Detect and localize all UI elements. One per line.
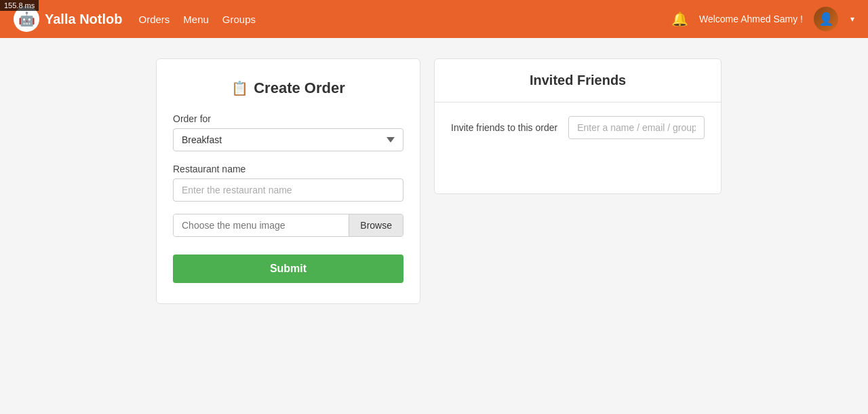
file-input-group: Browse [173, 214, 403, 237]
menu-image-group: Browse [173, 214, 403, 237]
nav-link-menu[interactable]: Menu [183, 14, 209, 25]
debug-time: 155.8 [4, 1, 23, 10]
create-order-title: 📋 Create Order [173, 79, 403, 97]
invite-row: Invite friends to this order [435, 102, 721, 153]
brand-name: Yalla Notlob [45, 12, 122, 27]
browse-button[interactable]: Browse [349, 214, 403, 236]
user-dropdown-caret[interactable]: ▾ [850, 14, 854, 24]
restaurant-name-label: Restaurant name [173, 164, 403, 174]
restaurant-name-group: Restaurant name [173, 164, 403, 202]
clipboard-icon: 📋 [231, 80, 248, 96]
menu-image-input[interactable] [174, 214, 349, 236]
invited-friends-header: Invited Friends [435, 59, 721, 102]
welcome-text: Welcome Ahmed Samy ! [699, 14, 803, 24]
invite-input[interactable] [568, 116, 705, 139]
invite-label: Invite friends to this order [451, 122, 557, 133]
invited-friends-card: Invited Friends Invite friends to this o… [434, 58, 722, 194]
navbar: 🤖 Yalla Notlob Orders Menu Groups 🔔 Welc… [0, 0, 868, 38]
restaurant-name-input[interactable] [173, 178, 403, 202]
avatar[interactable]: 👤 [814, 7, 838, 31]
create-order-card: 📋 Create Order Order for Breakfast Lunch… [156, 58, 420, 304]
main-content: 📋 Create Order Order for Breakfast Lunch… [0, 38, 868, 324]
order-for-select[interactable]: Breakfast Lunch Dinner [173, 128, 403, 151]
bell-icon[interactable]: 🔔 [671, 11, 688, 27]
debug-unit: ms [25, 1, 35, 10]
nav-link-groups[interactable]: Groups [222, 14, 256, 25]
create-order-title-text: Create Order [254, 79, 345, 97]
navbar-right: 🔔 Welcome Ahmed Samy ! 👤 ▾ [671, 7, 854, 31]
submit-button[interactable]: Submit [173, 255, 403, 283]
navbar-left: 🤖 Yalla Notlob Orders Menu Groups [14, 6, 256, 32]
debug-badge: 155.8 ms [0, 0, 39, 11]
nav-link-orders[interactable]: Orders [138, 14, 170, 25]
order-for-group: Order for Breakfast Lunch Dinner [173, 113, 403, 151]
navbar-links: Orders Menu Groups [138, 14, 256, 25]
order-for-label: Order for [173, 113, 403, 124]
invited-friends-title: Invited Friends [451, 73, 705, 88]
